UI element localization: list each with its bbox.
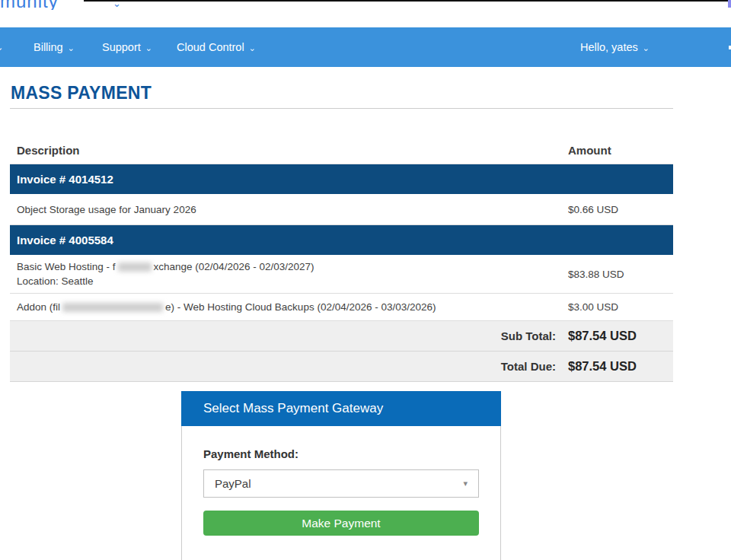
payment-method-select[interactable]: PayPal ▾ (203, 469, 479, 498)
gateway-panel-title: Select Mass Payment Gateway (181, 391, 501, 426)
title-divider (10, 108, 673, 109)
dropdown-caret-icon: ▾ (463, 479, 468, 488)
table-row: Basic Web Hosting - fxchange (02/04/2026… (10, 255, 673, 294)
page-title: MASS PAYMENT (11, 83, 152, 103)
payment-method-label: Payment Method: (203, 447, 479, 460)
invoice-group-header: Invoice # 4005584 (10, 225, 673, 255)
row-description: Addon (file) - Web Hosting Cloud Backups… (10, 301, 568, 313)
chevron-down-icon: ⌄ (643, 43, 650, 53)
nav-item-label: Cloud Control (177, 41, 244, 53)
chevron-down-icon: ⌄ (249, 43, 256, 53)
user-menu-label: Hello, yates (580, 41, 638, 53)
nav-item-label: Support (102, 41, 141, 53)
nav-item-cloud-control[interactable]: Cloud Control ⌄ (177, 27, 256, 67)
user-menu[interactable]: Hello, yates ⌄ (580, 27, 650, 67)
chevron-down-icon: ⌄ (0, 27, 3, 67)
description-line-2: Location: Seattle (17, 274, 568, 288)
subtotal-amount: $87.54 USD (568, 329, 673, 343)
subtotal-row: Sub Total: $87.54 USD (10, 321, 673, 352)
subtotal-label: Sub Total: (10, 329, 568, 342)
table-header-row: Description Amount (10, 128, 673, 164)
redacted-text (118, 262, 152, 272)
table-row: Addon (file) - Web Hosting Cloud Backups… (10, 294, 673, 321)
total-due-label: Total Due: (10, 360, 568, 373)
chevron-down-icon: ⌄ (145, 43, 152, 53)
gateway-panel-body: Payment Method: PayPal ▾ Make Payment (181, 426, 501, 560)
gateway-panel: Select Mass Payment Gateway Payment Meth… (181, 391, 501, 560)
row-amount: $0.66 USD (568, 204, 673, 215)
chevron-down-icon: ⌄ (68, 43, 75, 53)
top-border-line (84, 0, 731, 2)
main-navbar: ⌄ Billing ⌄ Support ⌄ Cloud Control ⌄ He… (0, 27, 731, 67)
table-row: Object Storage usage for January 2026 $0… (10, 194, 673, 225)
partial-community-label: munity (0, 0, 59, 10)
row-amount: $3.00 USD (568, 301, 673, 313)
nav-item-support[interactable]: Support ⌄ (102, 27, 152, 67)
nav-item-label: Billing (34, 41, 63, 53)
nav-item-billing[interactable]: Billing ⌄ (34, 27, 75, 67)
top-right-ui-fragment (728, 0, 731, 8)
selected-gateway-value: PayPal (215, 477, 251, 490)
column-header-description: Description (10, 144, 568, 157)
redacted-text (62, 303, 163, 312)
column-header-amount: Amount (568, 144, 673, 157)
description-line-1: Basic Web Hosting - fxchange (02/04/2026… (17, 259, 568, 274)
total-due-row: Total Due: $87.54 USD (10, 352, 673, 382)
make-payment-button[interactable]: Make Payment (203, 511, 479, 536)
total-due-amount: $87.54 USD (568, 359, 673, 374)
invoice-table: Description Amount Invoice # 4014512 Obj… (10, 128, 673, 382)
row-description: Object Storage usage for January 2026 (10, 204, 568, 215)
row-amount: $83.88 USD (568, 269, 673, 280)
row-description: Basic Web Hosting - fxchange (02/04/2026… (10, 259, 568, 288)
invoice-group-header: Invoice # 4014512 (10, 164, 673, 194)
